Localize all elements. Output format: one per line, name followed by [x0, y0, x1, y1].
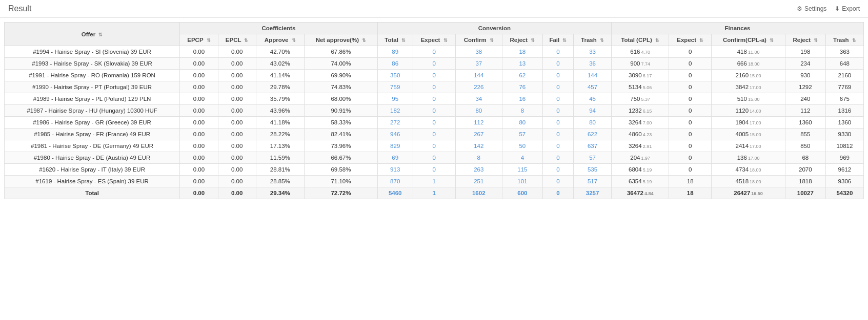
col-total-cpl[interactable]: Total (CPL) ⇅ — [612, 34, 669, 46]
table-cell: 33 — [574, 46, 612, 58]
table-cell: 38 — [455, 46, 502, 58]
table-cell: 0 — [542, 176, 573, 187]
table-cell: 0 — [669, 152, 712, 164]
table-cell: 144 — [574, 70, 612, 81]
settings-button[interactable]: ⚙ Settings — [797, 5, 826, 12]
col-total[interactable]: Total ⇅ — [377, 34, 413, 46]
col-approve[interactable]: Approve ⇅ — [256, 34, 304, 46]
table-cell: 112 — [455, 117, 502, 129]
table-cell: 80 — [455, 105, 502, 117]
table-cell: 8 — [502, 105, 542, 117]
table-cell: 0.00 — [180, 93, 218, 105]
table-cell: 115 — [502, 164, 542, 176]
table-cell: 28.22% — [256, 129, 304, 140]
table-cell: 51345.06 — [612, 81, 669, 93]
table-cell: 11.59% — [256, 152, 304, 164]
total-cell: 0.00 — [218, 187, 256, 199]
col-reject-fin[interactable]: Reject ⇅ — [785, 34, 825, 46]
table-cell: 0 — [542, 117, 573, 129]
table-cell: 0.00 — [218, 140, 256, 152]
table-cell: 0 — [413, 129, 455, 140]
col-net-approve[interactable]: Net approve(%) ⇅ — [305, 34, 378, 46]
table-cell: 0 — [542, 164, 573, 176]
total-cell: 10027 — [785, 187, 825, 199]
col-confirm-cpl[interactable]: Confirm(CPL-a) ⇅ — [712, 34, 785, 46]
table-cell: 457 — [574, 81, 612, 93]
table-cell: 0 — [542, 93, 573, 105]
sort-icon-offer: ⇅ — [98, 32, 103, 37]
table-cell: 9007.74 — [612, 58, 669, 70]
col-expect-fin[interactable]: Expect ⇅ — [669, 34, 712, 46]
sort-icon-total-cpl: ⇅ — [655, 38, 659, 43]
table-cell: 0.00 — [180, 105, 218, 117]
table-cell: 0 — [413, 117, 455, 129]
total-cell: 0.00 — [180, 187, 218, 199]
table-cell: 829 — [377, 140, 413, 152]
total-cell: 29.34% — [256, 187, 304, 199]
total-cell: Total — [5, 187, 180, 199]
table-cell: #1986 - Hairise Spray - GR (Greece) 39 E… — [5, 117, 180, 129]
total-cell: 1602 — [455, 187, 502, 199]
table-cell: 43.02% — [256, 58, 304, 70]
table-cell: #1989 - Hairise Spray - PL (Poland) 129 … — [5, 93, 180, 105]
table-cell: 226 — [455, 81, 502, 93]
table-cell: 190417.00 — [712, 117, 785, 129]
table-cell: 0.00 — [180, 70, 218, 81]
table-cell: 67.86% — [305, 46, 378, 58]
table-cell: 112014.00 — [712, 105, 785, 117]
table-cell: 0.00 — [180, 58, 218, 70]
table-cell: 13 — [502, 58, 542, 70]
table-cell: 0 — [669, 164, 712, 176]
table-cell: 62 — [502, 70, 542, 81]
table-cell: 41.18% — [256, 117, 304, 129]
table-cell: 0 — [542, 81, 573, 93]
table-cell: 2070 — [785, 164, 825, 176]
table-cell: 0 — [669, 105, 712, 117]
total-cell: 3257 — [574, 187, 612, 199]
table-cell: 0 — [669, 117, 712, 129]
table-row: #1993 - Hairise Spray - SK (Slovakia) 39… — [5, 58, 864, 70]
col-epcp[interactable]: EPCP ⇅ — [180, 34, 218, 46]
col-trash[interactable]: Trash ⇅ — [574, 34, 612, 46]
table-cell: 74.83% — [305, 81, 378, 93]
sort-icon-trash-fin: ⇅ — [852, 38, 856, 43]
table-cell: 89 — [377, 46, 413, 58]
col-trash-fin[interactable]: Trash ⇅ — [825, 34, 863, 46]
table-cell: 30906.17 — [612, 70, 669, 81]
table-cell: 66.67% — [305, 152, 378, 164]
table-cell: 66618.00 — [712, 58, 785, 70]
col-expect[interactable]: Expect ⇅ — [413, 34, 455, 46]
export-button[interactable]: ⬇ Export — [835, 5, 860, 12]
table-cell: 473418.00 — [712, 164, 785, 176]
table-cell: 4 — [502, 152, 542, 164]
col-epcl[interactable]: EPCL ⇅ — [218, 34, 256, 46]
col-reject[interactable]: Reject ⇅ — [502, 34, 542, 46]
table-cell: #1619 - Hairise Spray - ES (Spain) 39 EU… — [5, 176, 180, 187]
table-cell: #1985 - Hairise Spray - FR (France) 49 E… — [5, 129, 180, 140]
table-cell: 73.96% — [305, 140, 378, 152]
table-cell: 63545.19 — [612, 176, 669, 187]
table-cell: 0 — [542, 46, 573, 58]
table-cell: 95 — [377, 93, 413, 105]
table-cell: 13617.00 — [712, 152, 785, 164]
table-cell: 18 — [669, 176, 712, 187]
page: Result ⚙ Settings ⬇ Export Offer ⇅ Coeff… — [0, 0, 868, 320]
table-cell: 0 — [413, 58, 455, 70]
table-cell: 2160 — [825, 70, 863, 81]
col-fail[interactable]: Fail ⇅ — [542, 34, 573, 46]
col-confirm[interactable]: Confirm ⇅ — [455, 34, 502, 46]
table-cell: 0 — [542, 105, 573, 117]
sort-icon-epcp: ⇅ — [207, 38, 211, 43]
table-row: #1619 - Hairise Spray - ES (Spain) 39 EU… — [5, 176, 864, 187]
table-cell: 0.00 — [180, 46, 218, 58]
table-cell: 0.00 — [218, 105, 256, 117]
group-header-row: Offer ⇅ Coefficients Conversion Finances — [5, 23, 864, 34]
table-cell: 0.00 — [218, 164, 256, 176]
table-row: #1994 - Hairise Spray - SI (Slovenia) 39… — [5, 46, 864, 58]
col-offer[interactable]: Offer ⇅ — [5, 23, 180, 46]
table-cell: 0.00 — [180, 176, 218, 187]
table-cell: 0 — [413, 81, 455, 93]
table-cell: 42.70% — [256, 46, 304, 58]
table-cell: 251 — [455, 176, 502, 187]
table-cell: #1991 - Hairise Spray - RO (Romania) 159… — [5, 70, 180, 81]
